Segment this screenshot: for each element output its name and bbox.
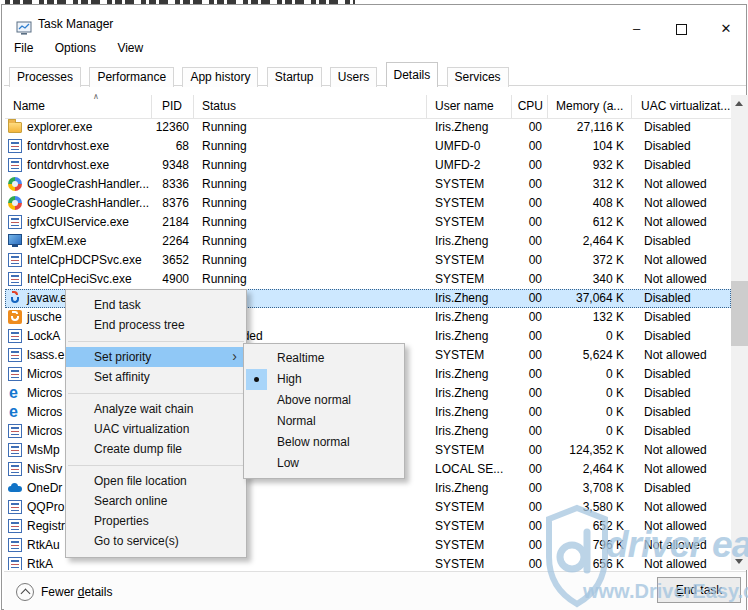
column-header[interactable]: PID bbox=[152, 95, 194, 118]
cell-status: Running bbox=[194, 232, 427, 251]
context-menu-item[interactable]: Set priority › bbox=[66, 347, 246, 367]
table-row[interactable]: igfxCUIService.exe 2184 Running SYSTEM 0… bbox=[5, 213, 731, 232]
scrollbar-thumb[interactable] bbox=[731, 281, 748, 346]
cell-uac-virtualization: Not allowed bbox=[632, 346, 731, 365]
fewer-details-toggle[interactable]: Fewer details bbox=[16, 582, 112, 602]
process-icon bbox=[8, 234, 22, 245]
table-row[interactable]: IntelCpHeciSvc.exe 4900 Running SYSTEM 0… bbox=[5, 270, 731, 289]
menubar-item[interactable]: View bbox=[109, 38, 153, 58]
context-menu-item[interactable]: Create dump file › bbox=[66, 439, 246, 459]
context-menu-item[interactable]: Properties › bbox=[66, 511, 246, 531]
cell-user-name: SYSTEM bbox=[427, 270, 512, 289]
cell-uac-virtualization: Disabled bbox=[632, 422, 731, 441]
context-menu-item[interactable]: UAC virtualization › bbox=[66, 419, 246, 439]
cell-uac-virtualization: Not allowed bbox=[632, 175, 731, 194]
table-row[interactable]: fontdrvhost.exe 68 Running UMFD-0 00 104… bbox=[5, 137, 731, 156]
context-menu-item[interactable]: Set affinity › bbox=[66, 367, 246, 387]
context-menu-item[interactable]: End task › bbox=[66, 295, 246, 315]
cell-status: Running bbox=[194, 213, 427, 232]
column-header[interactable]: Memory (a... bbox=[548, 95, 632, 118]
column-header[interactable]: User name bbox=[427, 95, 512, 118]
tab[interactable]: App history bbox=[182, 67, 258, 87]
cell-uac-virtualization: Not allowed bbox=[632, 441, 731, 460]
menubar-item[interactable]: File bbox=[6, 38, 43, 58]
cell-uac-virtualization: Not allowed bbox=[632, 498, 731, 517]
tab[interactable]: Users bbox=[330, 67, 377, 87]
context-menu-item[interactable]: Analyze wait chain › bbox=[66, 399, 246, 419]
tab-strip: Processes Performance App history Startu… bbox=[4, 61, 746, 86]
cell-user-name: SYSTEM bbox=[427, 441, 512, 460]
window-title: Task Manager bbox=[38, 10, 113, 38]
cell-uac-virtualization: Disabled bbox=[632, 479, 731, 498]
submenu-item[interactable]: Below normal bbox=[244, 432, 404, 453]
context-menu-item[interactable]: Open file location › bbox=[66, 471, 246, 491]
context-menu-item[interactable]: Go to service(s) › bbox=[66, 531, 246, 551]
process-icon bbox=[8, 538, 22, 552]
cell-uac-virtualization: Disabled bbox=[632, 384, 731, 403]
end-task-button[interactable]: End task bbox=[657, 577, 741, 603]
close-button[interactable]: ✕ bbox=[704, 15, 748, 43]
table-row[interactable]: igfxEM.exe 2264 Running Iris.Zheng 00 2,… bbox=[5, 232, 731, 251]
cell-uac-virtualization: Not allowed bbox=[632, 517, 731, 536]
context-menu-item[interactable]: › bbox=[66, 387, 246, 399]
menu-item-label: Open file location bbox=[94, 474, 187, 488]
tab-label: Users bbox=[338, 70, 369, 84]
submenu-item[interactable]: Normal bbox=[244, 411, 404, 432]
table-row[interactable]: IntelCpHDCPSvc.exe 3652 Running SYSTEM 0… bbox=[5, 251, 731, 270]
cell-user-name: SYSTEM bbox=[427, 536, 512, 555]
cell-uac-virtualization: Not allowed bbox=[632, 270, 731, 289]
table-row[interactable]: GoogleCrashHandler... 8336 Running SYSTE… bbox=[5, 175, 731, 194]
cell-user-name: SYSTEM bbox=[427, 251, 512, 270]
context-menu-item[interactable]: › bbox=[66, 335, 246, 347]
submenu-arrow-icon: › bbox=[232, 347, 237, 366]
cell-name: IntelCpHeciSvc.exe bbox=[5, 270, 152, 289]
cell-memory: 2,464 K bbox=[548, 460, 632, 479]
submenu-item[interactable]: Realtime bbox=[244, 348, 404, 369]
title-bar[interactable]: Task Manager – ✕ bbox=[4, 10, 746, 38]
vertical-scrollbar[interactable] bbox=[731, 95, 748, 570]
minimize-button[interactable]: – bbox=[614, 15, 659, 43]
tab[interactable]: Startup bbox=[267, 67, 322, 87]
submenu-item[interactable]: Low bbox=[244, 453, 404, 474]
column-header[interactable]: Name bbox=[5, 95, 152, 118]
column-header-row: Name PID Status User name CPU Memory (a.… bbox=[5, 95, 731, 119]
menubar-item[interactable]: Options bbox=[47, 38, 106, 58]
cell-memory: 0 K bbox=[548, 365, 632, 384]
menu-item-label: End process tree bbox=[94, 318, 185, 332]
context-menu-item[interactable]: › bbox=[66, 459, 246, 471]
submenu-item[interactable]: High bbox=[244, 369, 404, 390]
cell-user-name: Iris.Zheng bbox=[427, 384, 512, 403]
scrollbar-up-arrow-icon[interactable] bbox=[731, 95, 748, 112]
set-priority-submenu: Realtime High Above normal Normal Below … bbox=[243, 343, 405, 479]
column-header[interactable]: UAC virtualizat... bbox=[632, 95, 731, 118]
cell-memory: 37,064 K bbox=[548, 289, 632, 308]
cell-memory: 408 K bbox=[548, 194, 632, 213]
context-menu-item[interactable]: Search online › bbox=[66, 491, 246, 511]
table-row[interactable]: GoogleCrashHandler... 8376 Running SYSTE… bbox=[5, 194, 731, 213]
tab[interactable]: Performance bbox=[89, 67, 174, 87]
cell-pid: 9348 bbox=[152, 156, 194, 175]
cell-cpu: 00 bbox=[512, 384, 548, 403]
cell-name: igfxCUIService.exe bbox=[5, 213, 152, 232]
cell-user-name: SYSTEM bbox=[427, 498, 512, 517]
table-row[interactable]: fontdrvhost.exe 9348 Running UMFD-2 00 9… bbox=[5, 156, 731, 175]
column-header[interactable]: CPU bbox=[512, 95, 548, 118]
tab[interactable]: Services bbox=[447, 67, 509, 87]
context-menu-item[interactable]: End process tree › bbox=[66, 315, 246, 335]
cell-uac-virtualization: Disabled bbox=[632, 365, 731, 384]
submenu-item-label: Below normal bbox=[277, 435, 350, 449]
cell-name: GoogleCrashHandler... bbox=[5, 194, 152, 213]
maximize-button[interactable] bbox=[659, 15, 704, 43]
submenu-item[interactable]: Above normal bbox=[244, 390, 404, 411]
cell-user-name: SYSTEM bbox=[427, 517, 512, 536]
cell-memory: 0 K bbox=[548, 422, 632, 441]
tab[interactable]: Processes bbox=[9, 67, 81, 87]
table-row[interactable]: explorer.exe 12360 Running Iris.Zheng 00… bbox=[5, 118, 731, 137]
column-header[interactable]: Status bbox=[194, 95, 427, 118]
scrollbar-down-arrow-icon[interactable] bbox=[731, 553, 748, 570]
cell-cpu: 00 bbox=[512, 403, 548, 422]
tab[interactable]: Details bbox=[386, 62, 439, 87]
menu-item-label: Go to service(s) bbox=[94, 534, 179, 548]
cell-status: Running bbox=[194, 251, 427, 270]
cell-memory: 0 K bbox=[548, 327, 632, 346]
